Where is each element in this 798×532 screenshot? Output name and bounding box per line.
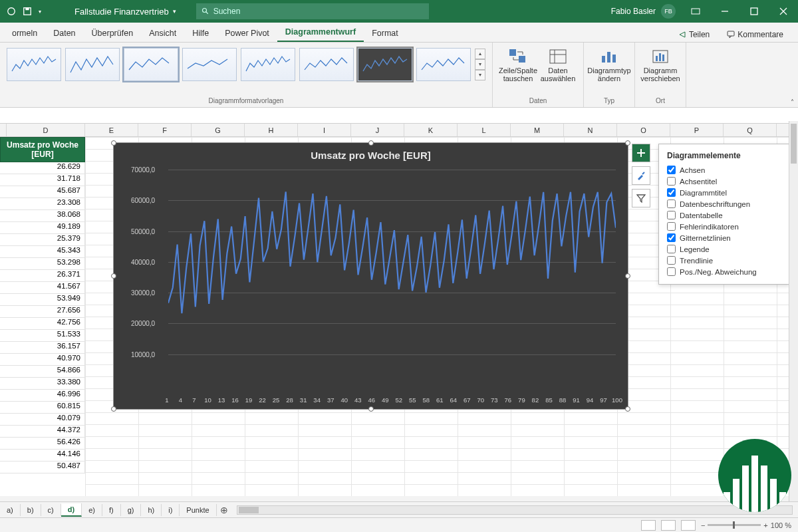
data-cell[interactable]: 38.068 <box>0 210 85 222</box>
zoom-level[interactable]: 100 % <box>771 521 791 529</box>
switch-row-col-button[interactable]: Zeile/Spalte tauschen <box>498 45 538 85</box>
search-input[interactable]: Suchen <box>196 3 429 19</box>
styles-more-icon[interactable]: ▾ <box>475 70 485 80</box>
chart-styles-gallery[interactable]: ▴ ▾ ▾ <box>5 45 487 84</box>
chart-element-option[interactable]: Achsentitel <box>667 176 781 187</box>
data-cell[interactable]: 33.380 <box>0 378 85 390</box>
tab-ormeln[interactable]: ormeln <box>4 25 45 42</box>
add-sheet-icon[interactable]: ⊕ <box>217 505 231 515</box>
formula-bar[interactable] <box>0 108 798 124</box>
resize-handle[interactable] <box>111 140 116 146</box>
chart-element-option[interactable]: Trendlinie <box>667 255 781 266</box>
chart-style-8[interactable] <box>416 48 471 81</box>
resize-handle[interactable] <box>368 140 374 146</box>
change-chart-type-button[interactable]: Diagrammtyp ändern <box>589 45 629 85</box>
checkbox[interactable] <box>667 256 676 265</box>
tab-daten[interactable]: Daten <box>45 25 83 42</box>
page-break-view-icon[interactable] <box>681 520 696 531</box>
chart-style-1[interactable] <box>7 48 61 81</box>
checkbox[interactable] <box>667 245 676 253</box>
data-cell[interactable]: 45.343 <box>0 246 85 258</box>
resize-handle[interactable] <box>625 140 630 146</box>
sheet-tab[interactable]: Punkte <box>180 504 216 516</box>
resize-handle[interactable] <box>625 273 630 279</box>
horizontal-scrollbar[interactable] <box>237 505 793 515</box>
data-cell[interactable]: 40.079 <box>0 414 85 426</box>
checkbox[interactable] <box>667 200 676 208</box>
data-cell[interactable]: 54.866 <box>0 366 85 378</box>
sheet-tab[interactable]: i) <box>162 504 180 516</box>
move-chart-button[interactable]: Diagramm verschieben <box>640 45 680 85</box>
page-layout-view-icon[interactable] <box>661 520 676 531</box>
maximize-icon[interactable] <box>739 0 769 23</box>
data-cell[interactable]: 50.487 <box>0 462 85 473</box>
checkbox[interactable] <box>667 211 676 219</box>
data-cell[interactable]: 26.371 <box>0 270 85 282</box>
col-header[interactable]: I <box>298 124 351 136</box>
sheet-tab[interactable]: f) <box>102 504 121 516</box>
col-header[interactable]: J <box>351 124 404 136</box>
col-header[interactable]: Q <box>724 124 777 136</box>
zoom-out-icon[interactable]: − <box>701 521 705 529</box>
data-cell[interactable]: 31.718 <box>0 174 85 186</box>
document-title[interactable]: Fallstudie Finanzvertrieb▾ <box>74 7 176 17</box>
checkbox[interactable] <box>667 177 676 186</box>
ribbon-display-icon[interactable] <box>681 0 710 23</box>
data-cell[interactable]: 56.426 <box>0 438 85 450</box>
close-icon[interactable] <box>769 0 798 23</box>
chart-style-7[interactable] <box>358 48 412 81</box>
tab-format[interactable]: Format <box>364 25 406 42</box>
resize-handle[interactable] <box>368 406 374 412</box>
styles-up-icon[interactable]: ▴ <box>475 49 485 59</box>
data-cell[interactable]: 45.687 <box>0 186 85 198</box>
qat-dropdown-icon[interactable]: ▾ <box>39 9 41 15</box>
col-header[interactable]: L <box>458 124 511 136</box>
data-cell[interactable]: 53.949 <box>0 294 85 306</box>
sheet-tab[interactable]: b) <box>21 504 41 516</box>
data-header-cell[interactable]: Umsatz pro Woche [EUR] <box>0 137 85 162</box>
checkbox[interactable] <box>667 233 676 242</box>
data-cell[interactable]: 51.533 <box>0 330 85 342</box>
worksheet-grid[interactable]: DEFGHIJKLMNOPQ Umsatz pro Woche [EUR] 26… <box>0 124 798 496</box>
chart-style-3[interactable] <box>124 48 178 81</box>
comments-button[interactable]: Kommentare <box>722 27 789 42</box>
tab-ansicht[interactable]: Ansicht <box>141 25 184 42</box>
chart-object[interactable]: Umsatz pro Woche [EUR] 10000,020000,0300… <box>113 142 628 410</box>
data-cell[interactable]: 44.372 <box>0 426 85 438</box>
chart-title[interactable]: Umsatz pro Woche [EUR] <box>114 143 628 162</box>
data-cell[interactable]: 41.567 <box>0 282 85 294</box>
autosave-icon[interactable] <box>7 7 16 16</box>
styles-down-icon[interactable]: ▾ <box>475 59 485 70</box>
sheet-tab[interactable]: d) <box>61 503 82 517</box>
checkbox[interactable] <box>667 267 676 276</box>
col-header[interactable]: O <box>617 124 670 136</box>
select-data-button[interactable]: Daten auswählen <box>538 45 578 85</box>
chart-elements-button[interactable] <box>632 144 650 162</box>
chart-element-option[interactable]: Diagrammtitel <box>667 187 781 198</box>
normal-view-icon[interactable] <box>641 520 656 531</box>
vertical-scrollbar[interactable] <box>789 121 798 501</box>
sheet-tab[interactable]: e) <box>82 504 102 516</box>
col-header[interactable]: P <box>670 124 724 136</box>
data-cell[interactable]: 49.189 <box>0 222 85 234</box>
data-cell[interactable]: 44.146 <box>0 450 85 462</box>
tab-power pivot[interactable]: Power Pivot <box>217 25 277 42</box>
data-cell[interactable]: 46.996 <box>0 390 85 402</box>
sheet-tab[interactable]: g) <box>121 504 142 516</box>
tab-diagrammentwurf[interactable]: Diagrammentwurf <box>277 23 364 42</box>
chart-element-option[interactable]: Pos./Neg. Abweichung <box>667 266 781 277</box>
chart-filter-button[interactable] <box>632 189 650 207</box>
checkbox[interactable] <box>667 188 676 197</box>
col-header[interactable]: E <box>85 124 138 136</box>
data-cell[interactable]: 27.656 <box>0 306 85 318</box>
chart-element-option[interactable]: Achsen <box>667 164 781 176</box>
chart-element-option[interactable]: Legende <box>667 243 781 255</box>
chart-style-2[interactable] <box>65 48 120 81</box>
sheet-tab[interactable]: a) <box>0 504 21 516</box>
chart-element-option[interactable]: Datentabelle <box>667 209 781 221</box>
resize-handle[interactable] <box>111 273 116 279</box>
data-cell[interactable]: 40.970 <box>0 354 85 366</box>
resize-handle[interactable] <box>625 406 630 412</box>
data-cell[interactable]: 53.298 <box>0 258 85 270</box>
col-header[interactable]: F <box>138 124 192 136</box>
